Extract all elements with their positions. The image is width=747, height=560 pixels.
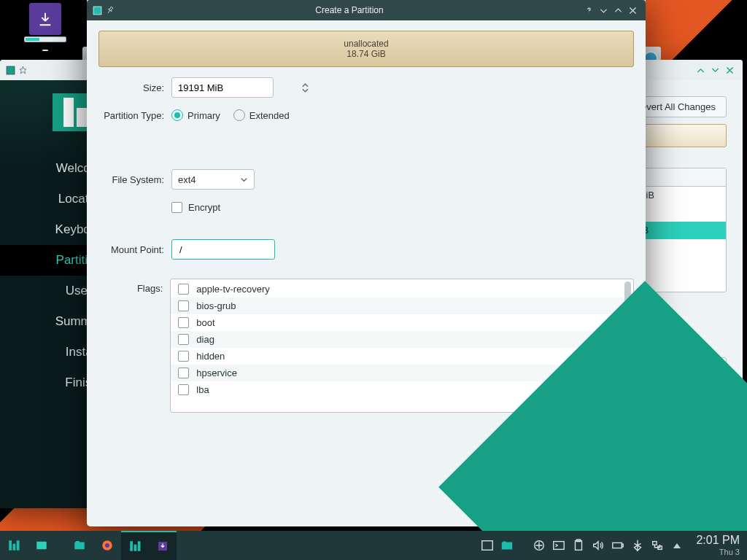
- size-input[interactable]: [177, 82, 302, 94]
- tray-expand-icon[interactable]: [668, 537, 686, 554]
- taskbar[interactable]: 2:01 PM Thu 3: [0, 531, 747, 560]
- remove-volgroup-button[interactable]: Remove Volume Group: [606, 386, 727, 408]
- tray-terminal-icon[interactable]: [550, 537, 568, 554]
- svg-rect-20: [613, 542, 622, 548]
- desktop-icon-install[interactable]: [24, 3, 66, 53]
- minimize-icon[interactable]: [693, 63, 708, 77]
- progress-icon: [24, 36, 66, 42]
- svg-rect-15: [482, 541, 492, 551]
- svg-rect-7: [17, 540, 20, 551]
- chevron-down-icon: [240, 176, 248, 184]
- alloc-name: unallocated: [344, 39, 388, 49]
- label-mount-point: Mount Point:: [98, 244, 171, 255]
- clock[interactable]: 2:01 PM Thu 3: [689, 534, 747, 556]
- mount-point-combo[interactable]: [171, 239, 275, 260]
- clock-date: Thu 3: [696, 548, 740, 557]
- installer-icon: [29, 3, 61, 35]
- create-partition-dialog: Create a Partition unallocated 18.74 GiB…: [87, 0, 646, 526]
- mount-point-input[interactable]: [178, 244, 303, 256]
- tray-window-icon[interactable]: [479, 537, 496, 554]
- svg-point-2: [675, 478, 681, 485]
- tray-folder-icon[interactable]: [498, 537, 516, 554]
- svg-rect-12: [134, 545, 137, 551]
- svg-rect-22: [653, 542, 657, 545]
- flag-item[interactable]: boot: [171, 314, 633, 331]
- tray-volume-icon[interactable]: [589, 537, 607, 554]
- pin-icon[interactable]: [103, 4, 116, 17]
- manjaro-icon: [6, 66, 15, 75]
- encrypt-checkbox[interactable]: Encrypt: [171, 202, 220, 213]
- svg-rect-8: [36, 542, 47, 550]
- tray-network-icon[interactable]: [649, 537, 666, 554]
- installer-cancel-button[interactable]: Cancel: [663, 471, 727, 492]
- close-icon[interactable]: [625, 3, 640, 18]
- alloc-size: 18.74 GiB: [347, 49, 385, 59]
- radio-extended[interactable]: Extended: [233, 109, 290, 121]
- svg-rect-5: [9, 540, 12, 551]
- tray-shield-icon[interactable]: [530, 537, 548, 554]
- close-icon[interactable]: [722, 63, 737, 77]
- desktop-icon-label: [42, 50, 48, 51]
- tray-battery-icon[interactable]: [609, 537, 627, 554]
- maximize-icon[interactable]: [708, 63, 722, 77]
- size-spinner[interactable]: [171, 77, 274, 98]
- flag-item[interactable]: hpservice: [171, 365, 633, 381]
- dialog-titlebar[interactable]: Create a Partition: [87, 0, 646, 20]
- svg-rect-21: [622, 544, 624, 547]
- label-partition-type: Partition Type:: [98, 110, 171, 121]
- cancel-button[interactable]: Cancel: [570, 495, 634, 516]
- flag-item[interactable]: diag: [171, 331, 633, 348]
- svg-rect-3: [93, 7, 101, 15]
- svg-rect-11: [130, 541, 133, 551]
- taskbar-install-app[interactable]: [149, 531, 177, 560]
- flag-item[interactable]: apple-tv-recovery: [171, 281, 633, 298]
- next-button[interactable]: Next: [613, 471, 654, 492]
- manjaro-icon: [93, 6, 102, 15]
- clock-time: 2:01 PM: [696, 534, 740, 547]
- delete-button[interactable]: Delete: [677, 357, 727, 378]
- label-flags: Flags:: [98, 279, 170, 294]
- svg-point-10: [105, 543, 109, 548]
- pin-icon[interactable]: [18, 66, 28, 75]
- tray-bluetooth-icon[interactable]: [629, 537, 646, 554]
- svg-point-4: [582, 502, 589, 509]
- svg-rect-6: [13, 544, 16, 551]
- minimize-icon[interactable]: [596, 3, 611, 18]
- taskview-icon[interactable]: [28, 531, 55, 560]
- filesystem-select[interactable]: ext4: [171, 169, 255, 190]
- radio-primary[interactable]: Primary: [171, 109, 220, 121]
- spinner-up-icon[interactable]: [302, 83, 309, 88]
- flags-scrollbar[interactable]: [624, 281, 631, 340]
- system-tray: [479, 537, 689, 554]
- dialog-title: Create a Partition: [117, 5, 581, 15]
- help-icon[interactable]: [581, 3, 596, 18]
- label-filesystem: File System:: [98, 174, 171, 185]
- spinner-down-icon[interactable]: [302, 88, 309, 93]
- svg-rect-13: [138, 541, 141, 551]
- file-manager-icon[interactable]: [66, 531, 93, 560]
- maximize-icon[interactable]: [611, 3, 625, 18]
- allocation-bar[interactable]: unallocated 18.74 GiB: [98, 31, 634, 67]
- svg-rect-1: [7, 66, 15, 74]
- start-button[interactable]: [0, 531, 28, 560]
- flag-item[interactable]: bios-grub: [171, 298, 633, 314]
- taskbar-installer[interactable]: [121, 531, 149, 560]
- firefox-icon[interactable]: [93, 531, 121, 560]
- tray-clipboard-icon[interactable]: [570, 537, 587, 554]
- label-size: Size:: [98, 82, 171, 93]
- ok-button[interactable]: OK: [512, 495, 560, 516]
- flag-item[interactable]: lba: [171, 381, 633, 398]
- flag-item[interactable]: hidden: [171, 348, 633, 365]
- svg-rect-18: [576, 541, 582, 551]
- edit-button[interactable]: Edit: [632, 357, 670, 378]
- flags-list[interactable]: apple-tv-recovery bios-grub boot diag hi…: [170, 279, 634, 413]
- svg-rect-17: [554, 542, 564, 550]
